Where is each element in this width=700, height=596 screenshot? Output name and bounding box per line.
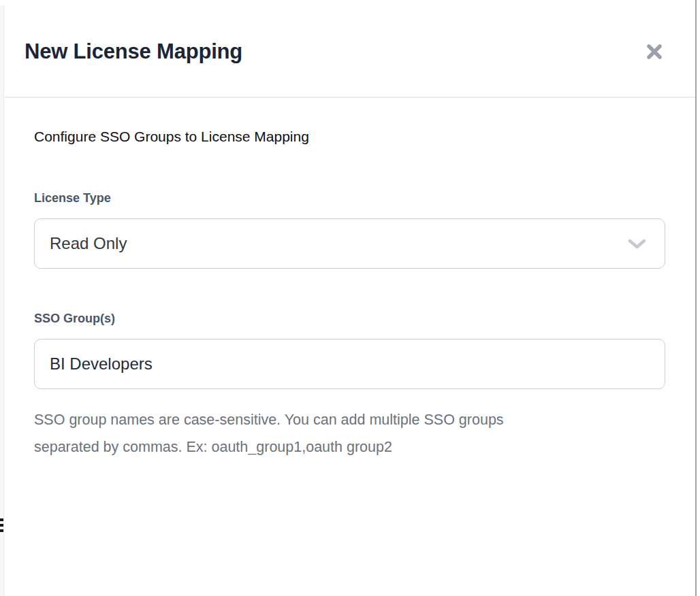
close-button[interactable]: [641, 38, 668, 65]
section-heading: Configure SSO Groups to License Mapping: [34, 127, 695, 146]
sso-groups-input[interactable]: [34, 339, 665, 389]
dialog-header: New License Mapping: [5, 0, 695, 98]
dialog-title: New License Mapping: [25, 39, 242, 64]
license-type-label: License Type: [34, 191, 695, 205]
sso-groups-help-text: SSO group names are case-sensitive. You …: [34, 406, 613, 461]
close-icon: [645, 42, 664, 61]
help-text-line: separated by commas. Ex: oauth_group1,oa…: [34, 433, 613, 461]
chevron-down-icon: [628, 239, 646, 250]
page: New License Mapping Configure SSO Groups…: [0, 0, 700, 596]
sso-groups-label: SSO Group(s): [34, 311, 695, 326]
dialog-body: Configure SSO Groups to License Mapping …: [5, 127, 695, 461]
license-type-selected-value: Read Only: [50, 234, 127, 253]
background-page-left-edge: [0, 5, 4, 596]
background-page-right-edge: [695, 0, 697, 596]
background-list-icon: [0, 518, 3, 535]
license-type-select[interactable]: Read Only: [34, 218, 665, 269]
new-license-mapping-dialog: New License Mapping Configure SSO Groups…: [5, 0, 695, 596]
help-text-line: SSO group names are case-sensitive. You …: [34, 406, 613, 433]
